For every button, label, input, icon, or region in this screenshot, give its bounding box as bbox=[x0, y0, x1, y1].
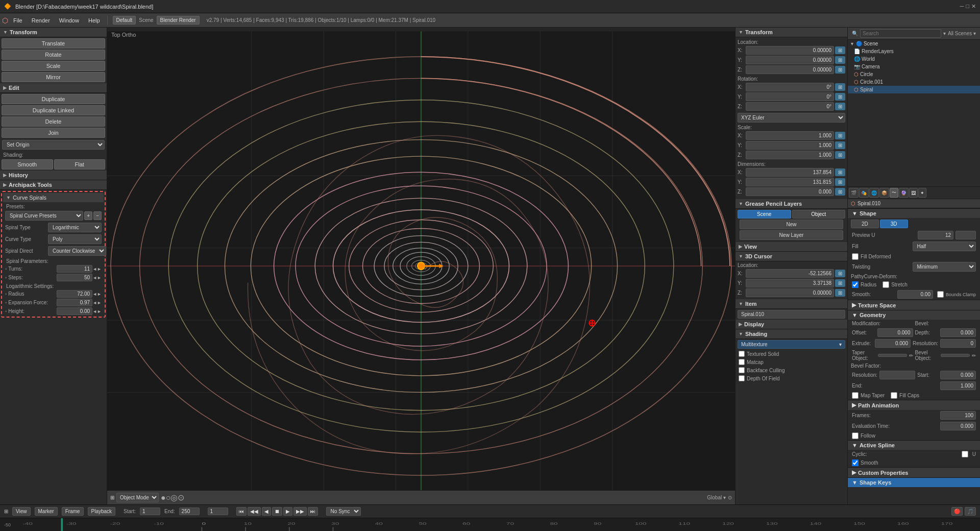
mirror-btn[interactable]: Mirror bbox=[2, 72, 105, 82]
eval-time-input[interactable] bbox=[940, 422, 976, 430]
prop-tab-world[interactable]: 🌐 bbox=[869, 188, 879, 198]
steps-input[interactable] bbox=[57, 274, 92, 281]
fill-select[interactable]: Half bbox=[913, 242, 976, 251]
grease-pencil-header[interactable]: ▼ Grease Pencil Layers bbox=[736, 199, 847, 209]
marker-btn[interactable]: Marker bbox=[35, 507, 58, 516]
frames-input[interactable] bbox=[940, 411, 976, 420]
close-btn[interactable]: ✕ bbox=[971, 3, 976, 10]
map-taper-check[interactable] bbox=[852, 392, 859, 399]
prop-tab-material[interactable]: 🔮 bbox=[899, 188, 909, 198]
transform-header[interactable]: ▼ Transform bbox=[736, 28, 847, 37]
prop-tab-data[interactable]: 〜 bbox=[890, 188, 898, 198]
geometry-section-title[interactable]: ▼ Geometry bbox=[848, 310, 980, 320]
shape-keys-title[interactable]: ▼ Shape Keys bbox=[848, 477, 980, 487]
step-fwd-btn[interactable]: ▶▶ bbox=[293, 507, 307, 516]
bounds-clamp-check[interactable] bbox=[937, 291, 944, 298]
step-back-btn[interactable]: ◀◀ bbox=[248, 507, 261, 516]
dim-z-copy[interactable]: ⊞ bbox=[835, 188, 845, 196]
view-btn[interactable]: View bbox=[12, 507, 31, 516]
curve-type-select[interactable]: Poly bbox=[48, 234, 102, 244]
offset-input[interactable] bbox=[877, 328, 913, 337]
dim-z-input[interactable] bbox=[746, 187, 834, 196]
join-btn[interactable]: Join bbox=[2, 128, 105, 138]
texture-space-title[interactable]: ▶ Texture Space bbox=[848, 300, 980, 310]
delete-btn[interactable]: Delete bbox=[2, 116, 105, 127]
curve-spirals-header[interactable]: ▼ Curve Spirals bbox=[3, 193, 104, 202]
resolution2-input[interactable] bbox=[879, 371, 915, 379]
height-input[interactable] bbox=[57, 307, 92, 315]
presets-select[interactable]: Spiral Curve Presets bbox=[5, 211, 83, 221]
rot-x-copy[interactable]: ⊞ bbox=[835, 83, 845, 91]
loc-x-input[interactable] bbox=[746, 46, 834, 55]
loc-z-copy[interactable]: ⊞ bbox=[835, 66, 845, 74]
rot-z-copy[interactable]: ⊞ bbox=[835, 103, 845, 110]
twisting-select[interactable]: Minimum bbox=[913, 262, 976, 272]
depth-of-field-check[interactable] bbox=[739, 375, 745, 381]
timeline-extra-btn2[interactable]: 🎵 bbox=[965, 507, 976, 516]
start-frame-input[interactable] bbox=[140, 508, 160, 515]
end-input[interactable] bbox=[940, 381, 976, 390]
scale-x-copy[interactable]: ⊞ bbox=[835, 132, 845, 139]
display-header[interactable]: ▶ Display bbox=[736, 320, 847, 329]
gp-new-btn[interactable]: New bbox=[740, 220, 843, 229]
bevel-obj-btn[interactable] bbox=[941, 354, 970, 357]
mode-3d-btn[interactable]: 3D bbox=[880, 220, 908, 228]
outliner-item-world[interactable]: 🌐 World bbox=[848, 55, 980, 63]
resolution-bevel-input[interactable] bbox=[940, 339, 976, 348]
viewport[interactable]: Top Ortho bbox=[107, 28, 735, 504]
cursor-header[interactable]: ▼ 3D Cursor bbox=[736, 252, 847, 261]
cursor-z-copy[interactable]: ⊞ bbox=[835, 289, 845, 297]
smooth-input[interactable] bbox=[897, 290, 933, 299]
item-section-header[interactable]: ▼ Item bbox=[736, 299, 847, 309]
menu-window[interactable]: Window bbox=[55, 16, 83, 25]
shading-header[interactable]: ▼ Shading bbox=[736, 329, 847, 339]
flat-btn[interactable]: Flat bbox=[54, 159, 106, 170]
rot-x-input[interactable] bbox=[746, 83, 834, 91]
radius-check[interactable] bbox=[852, 281, 859, 288]
outliner-item-circle001[interactable]: ⬡ Circle.001 bbox=[848, 78, 980, 86]
transform-section-header[interactable]: ▼ Transform bbox=[0, 28, 107, 37]
gp-scene-btn[interactable]: Scene bbox=[738, 210, 791, 219]
spiral-direct-select[interactable]: Counter Clockwise bbox=[48, 246, 106, 256]
loc-y-input[interactable] bbox=[746, 56, 834, 64]
outliner-search-input[interactable] bbox=[860, 29, 941, 38]
fill-deformed-check[interactable] bbox=[852, 253, 859, 260]
skip-start-btn[interactable]: ⏮ bbox=[236, 507, 247, 516]
gp-new-layer-btn[interactable]: New Layer bbox=[740, 230, 843, 240]
outliner-item-spiral[interactable]: ⬡ Spiral bbox=[848, 86, 980, 93]
prop-tab-scene[interactable]: 🎭 bbox=[859, 188, 869, 198]
dim-x-copy[interactable]: ⊞ bbox=[835, 168, 845, 176]
scale-y-copy[interactable]: ⊞ bbox=[835, 141, 845, 149]
play-btn[interactable]: ▶ bbox=[283, 507, 292, 516]
stretch-check[interactable] bbox=[883, 281, 889, 288]
skip-end-btn[interactable]: ⏭ bbox=[308, 507, 318, 516]
smooth-btn[interactable]: Smooth bbox=[2, 159, 53, 170]
scale-btn[interactable]: Scale bbox=[2, 61, 105, 71]
depth-input[interactable] bbox=[940, 328, 976, 337]
multitexture-selector[interactable]: Multitexture ▾ bbox=[738, 340, 845, 349]
path-animation-title[interactable]: ▶ Path Animation bbox=[848, 400, 980, 410]
outliner-item-circle[interactable]: ⬡ Circle bbox=[848, 70, 980, 78]
follow-check[interactable] bbox=[852, 432, 859, 439]
duplicate-linked-btn[interactable]: Duplicate Linked bbox=[2, 105, 105, 115]
dim-y-copy[interactable]: ⊞ bbox=[835, 178, 845, 186]
scale-x-input[interactable] bbox=[746, 131, 834, 140]
custom-props-title[interactable]: ▶ Custom Properties bbox=[848, 467, 980, 477]
preview-u-input[interactable] bbox=[918, 231, 953, 239]
cursor-z-input[interactable] bbox=[746, 288, 834, 297]
taper-obj-btn[interactable] bbox=[878, 354, 907, 357]
maximize-btn[interactable]: □ bbox=[966, 3, 969, 10]
outliner-item-scene[interactable]: ▼ 🔵 Scene bbox=[848, 40, 980, 47]
object-mode-select[interactable]: Object Mode bbox=[116, 493, 159, 502]
prop-tab-texture[interactable]: 🖼 bbox=[909, 188, 918, 198]
presets-remove-btn[interactable]: − bbox=[93, 211, 102, 220]
textured-solid-check[interactable] bbox=[739, 351, 745, 357]
smooth-spline-check[interactable] bbox=[852, 460, 859, 466]
scale-z-copy[interactable]: ⊞ bbox=[835, 151, 845, 159]
render-u-input[interactable] bbox=[955, 231, 976, 239]
loc-y-copy[interactable]: ⊞ bbox=[835, 56, 845, 64]
expansion-input[interactable] bbox=[57, 299, 92, 306]
scale-y-input[interactable] bbox=[746, 141, 834, 150]
timeline-track[interactable]: -40 -30 -20 -10 0 10 20 30 40 50 60 70 8… bbox=[14, 518, 976, 531]
current-frame-input[interactable] bbox=[208, 508, 228, 515]
